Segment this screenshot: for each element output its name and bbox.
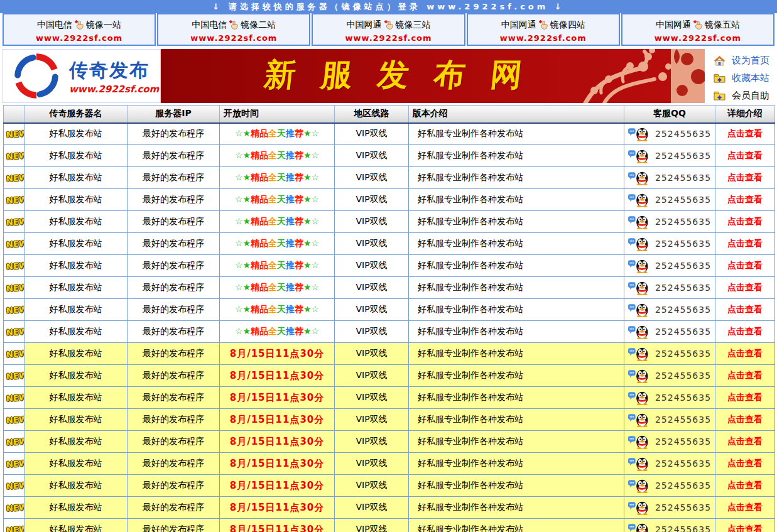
- mirror-site-box[interactable]: 中国网通 镜像五站 www.2922sf.com: [621, 13, 774, 46]
- server-name[interactable]: 好私服发布站: [24, 431, 128, 453]
- mirror-url-link[interactable]: www.2922sf.com: [468, 33, 619, 43]
- version-info: 好私服专业制作各种发布站: [409, 233, 624, 255]
- mirror-station-label: 镜像一站: [86, 17, 121, 33]
- mirror-site-box[interactable]: 中国网通 镜像三站 www.2922sf.com: [312, 13, 465, 46]
- banner-floral-decoration: [548, 49, 705, 103]
- detail-link[interactable]: 点击查看: [727, 238, 763, 248]
- version-info: 好私服专业制作各种发布站: [409, 123, 624, 145]
- server-name[interactable]: 好私服发布站: [24, 211, 128, 233]
- promo-time-segment: ★: [242, 172, 251, 182]
- detail-link[interactable]: 点击查看: [727, 370, 763, 380]
- server-row: NEW 好私服发布站 最好的发布程序 ☆★精品全天推荐★☆ VIP双线 好私服专…: [4, 233, 775, 255]
- promo-time-segment: 精: [251, 326, 259, 336]
- region-line: VIP双线: [335, 189, 409, 211]
- detail-link[interactable]: 点击查看: [727, 304, 763, 314]
- server-name[interactable]: 好私服发布站: [24, 167, 128, 189]
- mirror-url-link[interactable]: www.2922sf.com: [158, 33, 309, 43]
- server-name[interactable]: 好私服发布站: [24, 365, 128, 387]
- server-name[interactable]: 好私服发布站: [24, 277, 128, 299]
- version-info: 好私服专业制作各种发布站: [409, 453, 624, 475]
- detail-link[interactable]: 点击查看: [727, 194, 763, 204]
- mirror-links-row: 中国电信 镜像一站 www.2922sf.com 中国电信 镜像二站 www.2…: [0, 13, 777, 46]
- new-badge: NEW: [6, 371, 24, 381]
- column-header: 详细介绍: [715, 106, 775, 123]
- detail-link[interactable]: 点击查看: [727, 436, 763, 446]
- qq-penguin-icon: [628, 324, 649, 339]
- open-date: 8月/15日11点30分: [230, 458, 325, 469]
- logo-swirl-icon: [8, 52, 65, 100]
- detail-link[interactable]: 点击查看: [727, 414, 763, 424]
- server-name[interactable]: 好私服发布站: [24, 233, 128, 255]
- detail-link[interactable]: 点击查看: [727, 282, 763, 292]
- detail-link[interactable]: 点击查看: [727, 150, 763, 160]
- quick-link-item[interactable]: 收藏本站: [714, 70, 775, 85]
- server-name[interactable]: 好私服发布站: [24, 343, 128, 365]
- region-line: VIP双线: [335, 255, 409, 277]
- new-badge: NEW: [6, 283, 24, 293]
- server-name[interactable]: 好私服发布站: [24, 453, 128, 475]
- promo-time-segment: 品: [259, 194, 268, 204]
- promo-time-segment: 全: [268, 238, 277, 248]
- qq-number: 252455635: [655, 239, 711, 249]
- detail-link[interactable]: 点击查看: [727, 524, 763, 532]
- server-row: NEW 好私服发布站 最好的发布程序 8月/15日11点30分 VIP双线 好私…: [4, 365, 775, 387]
- server-name[interactable]: 好私服发布站: [24, 123, 128, 145]
- promo-time-segment: 天: [277, 238, 286, 248]
- mirror-url-link[interactable]: www.2922sf.com: [4, 33, 155, 43]
- server-name[interactable]: 好私服发布站: [24, 519, 128, 532]
- promo-time-segment: ☆: [312, 172, 320, 182]
- promo-time-segment: 品: [259, 150, 268, 160]
- column-header: 地区线路: [335, 106, 409, 123]
- server-name[interactable]: 好私服发布站: [24, 475, 128, 497]
- detail-link[interactable]: 点击查看: [727, 216, 763, 226]
- detail-link[interactable]: 点击查看: [727, 326, 763, 336]
- detail-link[interactable]: 点击查看: [727, 502, 763, 512]
- open-date: 8月/15日11点30分: [230, 480, 325, 491]
- qq-number: 252455635: [655, 217, 711, 227]
- server-name[interactable]: 好私服发布站: [24, 387, 128, 409]
- version-info: 好私服专业制作各种发布站: [409, 189, 624, 211]
- version-info: 好私服专业制作各种发布站: [409, 387, 624, 409]
- server-name[interactable]: 好私服发布站: [24, 145, 128, 167]
- promo-time-segment: 精: [251, 128, 259, 138]
- promo-time-segment: 精: [251, 282, 259, 292]
- mirror-site-box[interactable]: 中国电信 镜像二站 www.2922sf.com: [157, 13, 310, 46]
- open-date: 8月/15日11点30分: [230, 392, 325, 403]
- region-line: VIP双线: [335, 409, 409, 431]
- promo-time-segment: ★: [242, 216, 251, 226]
- main-ad-banner[interactable]: 新服发布网: [161, 49, 705, 103]
- detail-link[interactable]: 点击查看: [727, 458, 763, 468]
- detail-link[interactable]: 点击查看: [727, 480, 763, 490]
- server-name[interactable]: 好私服发布站: [24, 497, 128, 519]
- region-line: VIP双线: [335, 343, 409, 365]
- quick-link-item[interactable]: 设为首页: [714, 53, 775, 68]
- detail-link[interactable]: 点击查看: [727, 128, 763, 138]
- qq-number: 252455635: [655, 480, 711, 491]
- promo-time-segment: 荐: [295, 238, 303, 248]
- mirror-url-link[interactable]: www.2922sf.com: [622, 33, 773, 43]
- qq-number: 252455635: [655, 195, 711, 205]
- server-name[interactable]: 好私服发布站: [24, 189, 128, 211]
- promo-time-segment: 品: [259, 216, 268, 226]
- detail-link[interactable]: 点击查看: [727, 172, 763, 182]
- detail-link[interactable]: 点击查看: [727, 392, 763, 402]
- detail-link[interactable]: 点击查看: [727, 348, 763, 358]
- server-name[interactable]: 好私服发布站: [24, 321, 128, 343]
- mirror-station-label: 镜像三站: [396, 17, 431, 33]
- server-name[interactable]: 好私服发布站: [24, 255, 128, 277]
- mirror-url-link[interactable]: www.2922sf.com: [313, 33, 464, 43]
- site-logo[interactable]: 传奇发布 www.2922sf.com: [2, 49, 161, 103]
- promo-time-segment: ★: [303, 260, 312, 270]
- server-name[interactable]: 好私服发布站: [24, 299, 128, 321]
- detail-link[interactable]: 点击查看: [727, 260, 763, 270]
- quick-link-item[interactable]: 会员自助: [714, 88, 775, 103]
- server-name[interactable]: 好私服发布站: [24, 409, 128, 431]
- mirror-site-box[interactable]: 中国网通 镜像四站 www.2922sf.com: [467, 13, 620, 46]
- server-row: NEW 好私服发布站 最好的发布程序 ☆★精品全天推荐★☆ VIP双线 好私服专…: [4, 321, 775, 343]
- new-badge: NEW: [6, 173, 24, 183]
- logo-title: 传奇发布: [69, 58, 159, 84]
- mirror-site-box[interactable]: 中国电信 镜像一站 www.2922sf.com: [3, 13, 156, 46]
- server-ip: 最好的发布程序: [128, 409, 220, 431]
- region-line: VIP双线: [335, 453, 409, 475]
- promo-time-segment: 荐: [295, 150, 303, 160]
